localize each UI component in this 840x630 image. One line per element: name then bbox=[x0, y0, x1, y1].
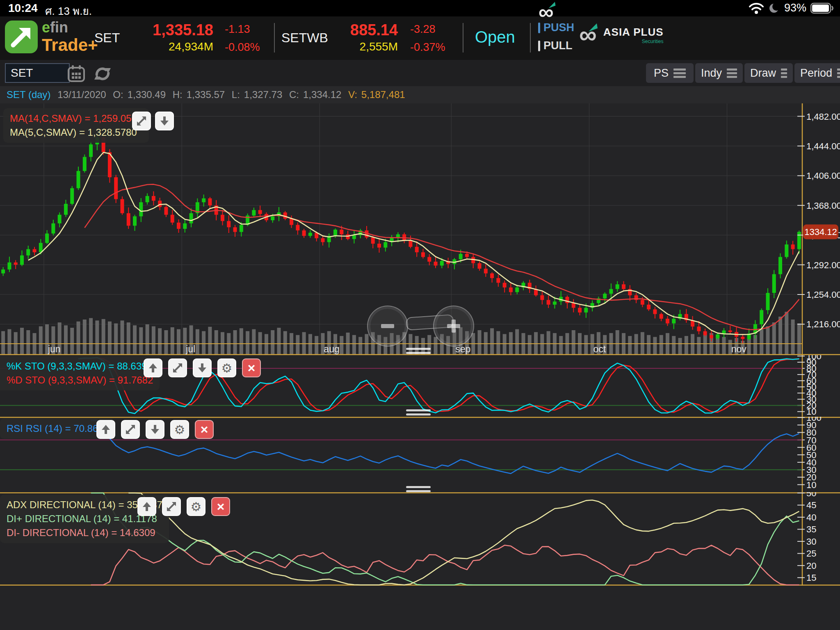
di-minus-label: DI- DIRECTIONAL (14) = 14.6309 bbox=[7, 526, 162, 540]
settings-gear-icon[interactable]: ⚙ bbox=[217, 358, 236, 377]
info-date: 13/11/2020 bbox=[57, 89, 106, 100]
svg-text:1334.12: 1334.12 bbox=[804, 227, 837, 237]
draw-button[interactable]: Draw bbox=[744, 63, 793, 83]
expand-panel-button[interactable] bbox=[168, 358, 187, 377]
push-bar-icon bbox=[538, 23, 540, 33]
svg-text:1,406.00: 1,406.00 bbox=[806, 171, 840, 181]
broker-sub: Securities bbox=[603, 39, 664, 44]
panel-resize-handle[interactable] bbox=[406, 484, 431, 494]
last-price-tag: 1334.12 bbox=[803, 224, 838, 239]
refresh-icon[interactable] bbox=[93, 64, 112, 84]
setwb-change: -3.28 bbox=[410, 23, 436, 36]
app-title-line1: efin bbox=[42, 19, 68, 36]
settings-gear-icon[interactable]: ⚙ bbox=[187, 497, 205, 516]
efin-logo-icon bbox=[5, 21, 38, 53]
set-change: -1.13 bbox=[225, 23, 250, 36]
expand-panel-button[interactable] bbox=[132, 112, 151, 130]
svg-text:10: 10 bbox=[806, 406, 816, 417]
set-value: 24,934M bbox=[131, 40, 213, 53]
symbol-input[interactable] bbox=[5, 63, 70, 83]
ps-label: PS bbox=[654, 67, 669, 80]
setwb-value: 2,555M bbox=[324, 40, 398, 53]
broker-swoosh-icon bbox=[588, 23, 598, 33]
price-study-button[interactable]: PS bbox=[646, 63, 694, 83]
close-panel-button[interactable]: × bbox=[195, 420, 214, 439]
setwb-last-price: 885.14 bbox=[324, 21, 398, 39]
move-panel-down-button[interactable] bbox=[146, 420, 164, 439]
svg-text:30: 30 bbox=[806, 536, 816, 547]
svg-text:15: 15 bbox=[806, 573, 816, 583]
expand-panel-button[interactable] bbox=[121, 420, 140, 439]
info-low: 1,327.73 bbox=[244, 89, 282, 100]
indicator-button[interactable]: Indy bbox=[695, 63, 743, 83]
svg-text:1,482.00: 1,482.00 bbox=[806, 112, 840, 122]
ohlc-info-bar: SET (day) 13/11/2020 O:1,330.49 H:1,335.… bbox=[0, 86, 840, 103]
broker-name: ASIA PLUS bbox=[603, 26, 664, 39]
wifi-icon bbox=[749, 2, 764, 14]
zoom-in-button[interactable] bbox=[433, 306, 474, 347]
move-panel-up-button[interactable] bbox=[137, 497, 156, 516]
svg-text:jul: jul bbox=[185, 344, 195, 354]
expand-panel-button[interactable] bbox=[162, 497, 181, 516]
market-status: Open bbox=[475, 28, 515, 46]
pull-bar-icon bbox=[538, 41, 540, 51]
header-divider bbox=[530, 23, 531, 52]
setwb-change-pct: -0.37% bbox=[410, 41, 445, 54]
info-open: 1,330.49 bbox=[128, 89, 166, 100]
settings-gear-icon[interactable]: ⚙ bbox=[170, 420, 189, 439]
svg-text:40: 40 bbox=[806, 512, 816, 523]
draw-label: Draw bbox=[750, 67, 776, 80]
close-panel-button[interactable]: × bbox=[242, 358, 261, 377]
menu-icon bbox=[837, 67, 840, 80]
move-panel-up-button[interactable] bbox=[144, 358, 162, 377]
indy-label: Indy bbox=[701, 67, 722, 80]
svg-text:nov: nov bbox=[731, 344, 747, 354]
svg-text:1,444.00: 1,444.00 bbox=[806, 141, 840, 151]
move-panel-down-button[interactable] bbox=[155, 112, 174, 130]
ma5-label: MA(5,C,SMAV) = 1,328.5780 bbox=[10, 126, 142, 139]
svg-text:45: 45 bbox=[806, 500, 816, 510]
svg-text:35: 35 bbox=[806, 524, 816, 534]
broker-logo: ∞ ASIA PLUS Securities bbox=[579, 25, 664, 45]
close-panel-button[interactable]: × bbox=[211, 497, 230, 516]
panel-resize-handle[interactable] bbox=[406, 407, 431, 418]
broker-swoosh-icon bbox=[548, 1, 556, 9]
header-divider bbox=[274, 23, 275, 52]
period-button[interactable]: Period bbox=[794, 63, 840, 83]
move-panel-down-button[interactable] bbox=[193, 358, 212, 377]
svg-text:1,254.00: 1,254.00 bbox=[806, 290, 840, 300]
status-bar: 10:24 ศ. 13 พ.ย. 93% bbox=[0, 0, 840, 16]
clock: 10:24 bbox=[8, 2, 38, 15]
svg-text:20: 20 bbox=[806, 561, 816, 571]
info-symbol: SET (day) bbox=[7, 89, 51, 100]
svg-text:1,292.00: 1,292.00 bbox=[806, 260, 840, 270]
zoom-out-button[interactable] bbox=[367, 306, 408, 347]
calendar-icon[interactable] bbox=[66, 64, 86, 84]
move-panel-up-button[interactable] bbox=[96, 420, 115, 439]
battery-icon bbox=[810, 2, 834, 14]
rsi-label: RSI RSI (14) = 70.8649 bbox=[7, 422, 109, 436]
battery-percent: 93% bbox=[784, 2, 806, 14]
sto-k-label: %K STO (9,3,3,SMAV) = 88.6393 bbox=[7, 359, 153, 373]
svg-text:jun: jun bbox=[48, 344, 61, 354]
menu-icon bbox=[673, 67, 686, 80]
pull-label: PULL bbox=[543, 39, 573, 52]
svg-text:25: 25 bbox=[806, 548, 816, 559]
dnd-moon-icon bbox=[768, 2, 780, 14]
app-title-line2: Trade+ bbox=[42, 35, 98, 55]
pull-toggle[interactable]: PULL bbox=[538, 39, 573, 52]
app-screen: 10:24 ศ. 13 พ.ย. 93% bbox=[0, 0, 840, 630]
menu-icon bbox=[727, 67, 737, 80]
svg-text:oct: oct bbox=[593, 344, 606, 354]
svg-text:10: 10 bbox=[806, 480, 816, 490]
info-close: 1,334.12 bbox=[303, 89, 341, 100]
setwb-index-name: SETWB bbox=[281, 30, 328, 46]
indicator-axis: 100908070605040302010 bbox=[797, 417, 822, 492]
chart-toolbar: PS Indy Draw Period bbox=[0, 60, 840, 86]
svg-text:aug: aug bbox=[324, 344, 339, 354]
indicator-axis: 5045403530252015 bbox=[797, 492, 816, 586]
svg-text:1,216.00: 1,216.00 bbox=[806, 319, 840, 329]
set-index-name: SET bbox=[94, 30, 120, 46]
set-last-price: 1,335.18 bbox=[131, 21, 213, 39]
panel-resize-handle[interactable] bbox=[406, 346, 431, 356]
